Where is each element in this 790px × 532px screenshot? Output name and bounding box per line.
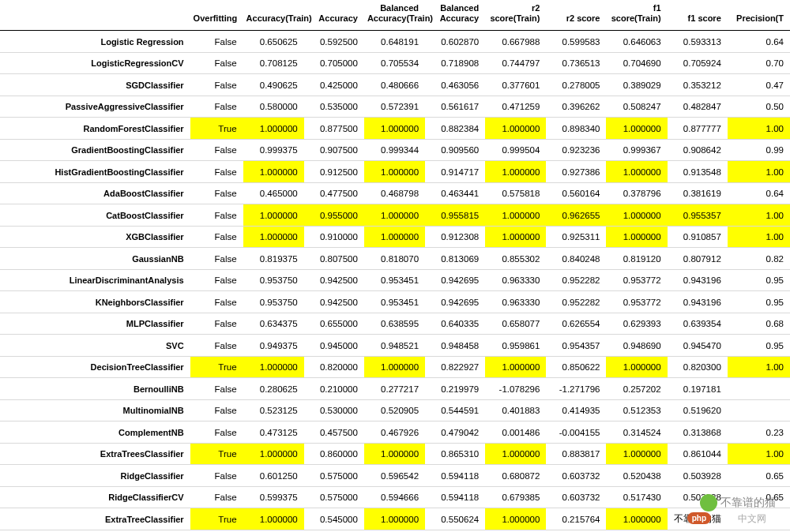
table-row: ExtraTreeClassifierTrue1.0000000.5450001… [0,508,790,530]
table-row: ExtraTreesClassifierTrue1.0000000.860000… [0,443,790,465]
cell: False [190,378,243,400]
cell: -0.004155 [546,421,606,444]
cell: 0.948521 [364,335,425,357]
cell: False [190,52,243,74]
row-label: RidgeClassifier [0,465,190,487]
cell: 1.000000 [485,226,546,248]
row-label: ComplementNB [0,421,190,444]
cell: 0.945470 [668,335,728,357]
cell: 0.280625 [243,378,304,400]
cell: 0.942695 [425,269,485,291]
cell: 1.00 [728,118,790,140]
row-label: ExtraTreeClassifier [0,508,190,530]
cell: 1.00 [728,443,790,465]
cell: 0.219979 [425,378,485,400]
cell: 0.948458 [425,335,485,357]
cell: 0.65 [728,486,790,508]
cell: 0.353212 [668,74,728,96]
cell: 0.401883 [485,399,546,421]
table-row: KNeighborsClassifierFalse0.9537500.94250… [0,291,790,313]
cell: 0.648191 [364,31,425,53]
cell: 0.490625 [243,74,304,96]
cell: 0.744797 [485,52,546,74]
cell: False [190,139,243,161]
cell: 0.640335 [425,313,485,335]
cell: 1.000000 [364,356,425,378]
cell: 0.945000 [304,335,364,357]
cell: 1.000000 [485,443,546,465]
cell [728,508,790,530]
cell: 0.550624 [425,508,485,530]
cell: 0.910000 [304,226,364,248]
col-overfitting: Overfitting [190,0,243,31]
cell: 0.480666 [364,74,425,96]
cell: 0.952282 [546,291,606,313]
cell: 0.592500 [304,31,364,53]
cell: 0.855302 [485,248,546,270]
cell: 0.658077 [485,313,546,335]
cell: 0.520438 [606,465,667,487]
cell: 0.820300 [668,356,728,378]
table-row: RandomForestClassifierTrue1.0000000.8775… [0,118,790,140]
cell: 0.898340 [546,118,606,140]
cell: 0.503928 [668,465,728,487]
cell: 1.000000 [243,204,304,227]
cell: 0.594118 [425,486,485,508]
cell: 0.603732 [546,486,606,508]
cell: 0.482847 [668,96,728,118]
cell: False [190,226,243,248]
cell: 0.679385 [485,486,546,508]
cell: 0.923236 [546,139,606,161]
cell: 0.414935 [546,399,606,421]
row-label: HistGradientBoostingClassifier [0,161,190,183]
cell: 0.914717 [425,161,485,183]
cell: 0.517430 [606,486,667,508]
cell: 0.575000 [304,486,364,508]
cell: 0.602870 [425,31,485,53]
cell: False [190,335,243,357]
cell: True [190,118,243,140]
cell: 0.865310 [425,443,485,465]
row-label: KNeighborsClassifier [0,291,190,313]
cell: 0.467926 [364,421,425,444]
cell: False [190,248,243,270]
table-row: Logistic RegressionFalse0.6506250.592500… [0,31,790,53]
col-accuracy-train: Accuracy(Train) [243,0,304,31]
cell: 0.861044 [668,443,728,465]
cell: 0.65 [728,465,790,487]
row-label: Logistic Regression [0,31,190,53]
cell: 0.953750 [243,269,304,291]
cell: False [190,486,243,508]
cell: 0.277217 [364,378,425,400]
cell: 0.629393 [606,313,667,335]
row-label: RandomForestClassifier [0,118,190,140]
cell: 0.646063 [606,31,667,53]
row-label: SVC [0,335,190,357]
cell: 0.909560 [425,139,485,161]
cell: 0.463441 [425,182,485,204]
cell: 1.000000 [606,508,667,530]
cell: 0.718908 [425,52,485,74]
cell: 0.468798 [364,182,425,204]
table-row: CatBoostClassifierFalse1.0000000.9550001… [0,204,790,227]
table-row: SGDClassifierFalse0.4906250.4250000.4806… [0,74,790,96]
row-label: LogisticRegressionCV [0,52,190,74]
cell: 0.963330 [485,291,546,313]
table-row: RidgeClassifierCVFalse0.5993750.5750000.… [0,486,790,508]
row-label: XGBClassifier [0,226,190,248]
col-f1-train: f1 score(Train) [606,0,667,31]
cell: 0.949375 [243,335,304,357]
cell: 1.000000 [606,204,667,227]
row-label: AdaBoostClassifier [0,182,190,204]
table-row: MultinomialNBFalse0.5231250.5300000.5209… [0,399,790,421]
cell: 0.64 [728,31,790,53]
col-accuracy: Accuracy [304,0,364,31]
cell: 0.954357 [546,335,606,357]
cell: 0.465000 [243,182,304,204]
row-label: GaussianNB [0,248,190,270]
cell: False [190,74,243,96]
cell: 1.000000 [364,204,425,227]
cell: 0.667988 [485,31,546,53]
cell: False [190,313,243,335]
table-row: PassiveAggressiveClassifierFalse0.580000… [0,96,790,118]
